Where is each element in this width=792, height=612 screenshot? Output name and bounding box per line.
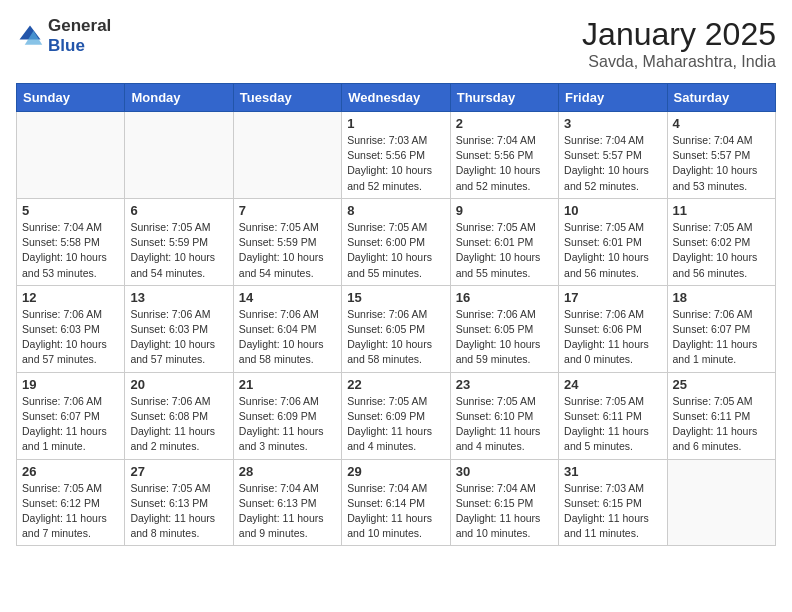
day-cell: 22Sunrise: 7:05 AMSunset: 6:09 PMDayligh… bbox=[342, 372, 450, 459]
day-number: 7 bbox=[239, 203, 336, 218]
day-number: 25 bbox=[673, 377, 770, 392]
header-friday: Friday bbox=[559, 84, 667, 112]
day-number: 4 bbox=[673, 116, 770, 131]
day-number: 2 bbox=[456, 116, 553, 131]
week-row-5: 26Sunrise: 7:05 AMSunset: 6:12 PMDayligh… bbox=[17, 459, 776, 546]
day-info: Sunrise: 7:06 AMSunset: 6:04 PMDaylight:… bbox=[239, 307, 336, 368]
week-row-1: 1Sunrise: 7:03 AMSunset: 5:56 PMDaylight… bbox=[17, 112, 776, 199]
day-info: Sunrise: 7:05 AMSunset: 6:02 PMDaylight:… bbox=[673, 220, 770, 281]
day-info: Sunrise: 7:05 AMSunset: 6:11 PMDaylight:… bbox=[564, 394, 661, 455]
day-info: Sunrise: 7:04 AMSunset: 6:14 PMDaylight:… bbox=[347, 481, 444, 542]
day-number: 14 bbox=[239, 290, 336, 305]
day-cell: 11Sunrise: 7:05 AMSunset: 6:02 PMDayligh… bbox=[667, 198, 775, 285]
day-number: 5 bbox=[22, 203, 119, 218]
day-cell: 30Sunrise: 7:04 AMSunset: 6:15 PMDayligh… bbox=[450, 459, 558, 546]
logo-general: General bbox=[48, 16, 111, 35]
day-number: 28 bbox=[239, 464, 336, 479]
day-cell: 12Sunrise: 7:06 AMSunset: 6:03 PMDayligh… bbox=[17, 285, 125, 372]
day-cell: 8Sunrise: 7:05 AMSunset: 6:00 PMDaylight… bbox=[342, 198, 450, 285]
day-number: 12 bbox=[22, 290, 119, 305]
day-cell: 17Sunrise: 7:06 AMSunset: 6:06 PMDayligh… bbox=[559, 285, 667, 372]
calendar-table: SundayMondayTuesdayWednesdayThursdayFrid… bbox=[16, 83, 776, 546]
day-number: 15 bbox=[347, 290, 444, 305]
day-cell: 21Sunrise: 7:06 AMSunset: 6:09 PMDayligh… bbox=[233, 372, 341, 459]
day-cell: 14Sunrise: 7:06 AMSunset: 6:04 PMDayligh… bbox=[233, 285, 341, 372]
week-row-4: 19Sunrise: 7:06 AMSunset: 6:07 PMDayligh… bbox=[17, 372, 776, 459]
day-cell: 1Sunrise: 7:03 AMSunset: 5:56 PMDaylight… bbox=[342, 112, 450, 199]
day-info: Sunrise: 7:05 AMSunset: 6:13 PMDaylight:… bbox=[130, 481, 227, 542]
day-cell bbox=[233, 112, 341, 199]
day-cell: 13Sunrise: 7:06 AMSunset: 6:03 PMDayligh… bbox=[125, 285, 233, 372]
day-cell bbox=[125, 112, 233, 199]
day-cell: 10Sunrise: 7:05 AMSunset: 6:01 PMDayligh… bbox=[559, 198, 667, 285]
day-cell: 26Sunrise: 7:05 AMSunset: 6:12 PMDayligh… bbox=[17, 459, 125, 546]
day-number: 26 bbox=[22, 464, 119, 479]
day-info: Sunrise: 7:04 AMSunset: 5:56 PMDaylight:… bbox=[456, 133, 553, 194]
day-number: 11 bbox=[673, 203, 770, 218]
header-tuesday: Tuesday bbox=[233, 84, 341, 112]
day-info: Sunrise: 7:04 AMSunset: 5:57 PMDaylight:… bbox=[673, 133, 770, 194]
day-cell: 4Sunrise: 7:04 AMSunset: 5:57 PMDaylight… bbox=[667, 112, 775, 199]
day-number: 18 bbox=[673, 290, 770, 305]
day-info: Sunrise: 7:06 AMSunset: 6:06 PMDaylight:… bbox=[564, 307, 661, 368]
day-number: 30 bbox=[456, 464, 553, 479]
day-info: Sunrise: 7:06 AMSunset: 6:08 PMDaylight:… bbox=[130, 394, 227, 455]
day-info: Sunrise: 7:04 AMSunset: 5:57 PMDaylight:… bbox=[564, 133, 661, 194]
day-cell: 29Sunrise: 7:04 AMSunset: 6:14 PMDayligh… bbox=[342, 459, 450, 546]
day-number: 8 bbox=[347, 203, 444, 218]
page-header: General Blue January 2025 Savda, Maharas… bbox=[16, 16, 776, 71]
day-cell: 28Sunrise: 7:04 AMSunset: 6:13 PMDayligh… bbox=[233, 459, 341, 546]
day-number: 31 bbox=[564, 464, 661, 479]
day-cell: 25Sunrise: 7:05 AMSunset: 6:11 PMDayligh… bbox=[667, 372, 775, 459]
day-info: Sunrise: 7:06 AMSunset: 6:05 PMDaylight:… bbox=[347, 307, 444, 368]
day-info: Sunrise: 7:05 AMSunset: 6:01 PMDaylight:… bbox=[456, 220, 553, 281]
week-row-3: 12Sunrise: 7:06 AMSunset: 6:03 PMDayligh… bbox=[17, 285, 776, 372]
day-cell: 31Sunrise: 7:03 AMSunset: 6:15 PMDayligh… bbox=[559, 459, 667, 546]
week-row-2: 5Sunrise: 7:04 AMSunset: 5:58 PMDaylight… bbox=[17, 198, 776, 285]
day-cell: 9Sunrise: 7:05 AMSunset: 6:01 PMDaylight… bbox=[450, 198, 558, 285]
day-cell: 7Sunrise: 7:05 AMSunset: 5:59 PMDaylight… bbox=[233, 198, 341, 285]
day-number: 22 bbox=[347, 377, 444, 392]
day-cell: 20Sunrise: 7:06 AMSunset: 6:08 PMDayligh… bbox=[125, 372, 233, 459]
title-block: January 2025 Savda, Maharashtra, India bbox=[582, 16, 776, 71]
day-info: Sunrise: 7:04 AMSunset: 6:15 PMDaylight:… bbox=[456, 481, 553, 542]
day-info: Sunrise: 7:05 AMSunset: 5:59 PMDaylight:… bbox=[130, 220, 227, 281]
day-info: Sunrise: 7:04 AMSunset: 6:13 PMDaylight:… bbox=[239, 481, 336, 542]
day-cell: 27Sunrise: 7:05 AMSunset: 6:13 PMDayligh… bbox=[125, 459, 233, 546]
day-info: Sunrise: 7:06 AMSunset: 6:03 PMDaylight:… bbox=[130, 307, 227, 368]
logo: General Blue bbox=[16, 16, 111, 56]
day-cell: 23Sunrise: 7:05 AMSunset: 6:10 PMDayligh… bbox=[450, 372, 558, 459]
logo-icon bbox=[16, 22, 44, 50]
day-number: 23 bbox=[456, 377, 553, 392]
day-cell bbox=[667, 459, 775, 546]
month-title: January 2025 bbox=[582, 16, 776, 53]
day-info: Sunrise: 7:05 AMSunset: 6:11 PMDaylight:… bbox=[673, 394, 770, 455]
header-monday: Monday bbox=[125, 84, 233, 112]
day-info: Sunrise: 7:05 AMSunset: 6:10 PMDaylight:… bbox=[456, 394, 553, 455]
location-title: Savda, Maharashtra, India bbox=[582, 53, 776, 71]
day-number: 16 bbox=[456, 290, 553, 305]
day-number: 29 bbox=[347, 464, 444, 479]
day-info: Sunrise: 7:03 AMSunset: 5:56 PMDaylight:… bbox=[347, 133, 444, 194]
day-cell: 3Sunrise: 7:04 AMSunset: 5:57 PMDaylight… bbox=[559, 112, 667, 199]
day-info: Sunrise: 7:05 AMSunset: 6:09 PMDaylight:… bbox=[347, 394, 444, 455]
day-number: 13 bbox=[130, 290, 227, 305]
day-cell: 19Sunrise: 7:06 AMSunset: 6:07 PMDayligh… bbox=[17, 372, 125, 459]
day-cell: 5Sunrise: 7:04 AMSunset: 5:58 PMDaylight… bbox=[17, 198, 125, 285]
day-info: Sunrise: 7:05 AMSunset: 5:59 PMDaylight:… bbox=[239, 220, 336, 281]
day-cell: 18Sunrise: 7:06 AMSunset: 6:07 PMDayligh… bbox=[667, 285, 775, 372]
day-cell: 6Sunrise: 7:05 AMSunset: 5:59 PMDaylight… bbox=[125, 198, 233, 285]
day-info: Sunrise: 7:06 AMSunset: 6:03 PMDaylight:… bbox=[22, 307, 119, 368]
day-info: Sunrise: 7:05 AMSunset: 6:01 PMDaylight:… bbox=[564, 220, 661, 281]
day-cell: 15Sunrise: 7:06 AMSunset: 6:05 PMDayligh… bbox=[342, 285, 450, 372]
day-number: 20 bbox=[130, 377, 227, 392]
day-cell: 16Sunrise: 7:06 AMSunset: 6:05 PMDayligh… bbox=[450, 285, 558, 372]
day-number: 24 bbox=[564, 377, 661, 392]
day-info: Sunrise: 7:04 AMSunset: 5:58 PMDaylight:… bbox=[22, 220, 119, 281]
day-info: Sunrise: 7:06 AMSunset: 6:09 PMDaylight:… bbox=[239, 394, 336, 455]
header-wednesday: Wednesday bbox=[342, 84, 450, 112]
day-number: 9 bbox=[456, 203, 553, 218]
day-number: 6 bbox=[130, 203, 227, 218]
day-number: 21 bbox=[239, 377, 336, 392]
day-info: Sunrise: 7:06 AMSunset: 6:05 PMDaylight:… bbox=[456, 307, 553, 368]
